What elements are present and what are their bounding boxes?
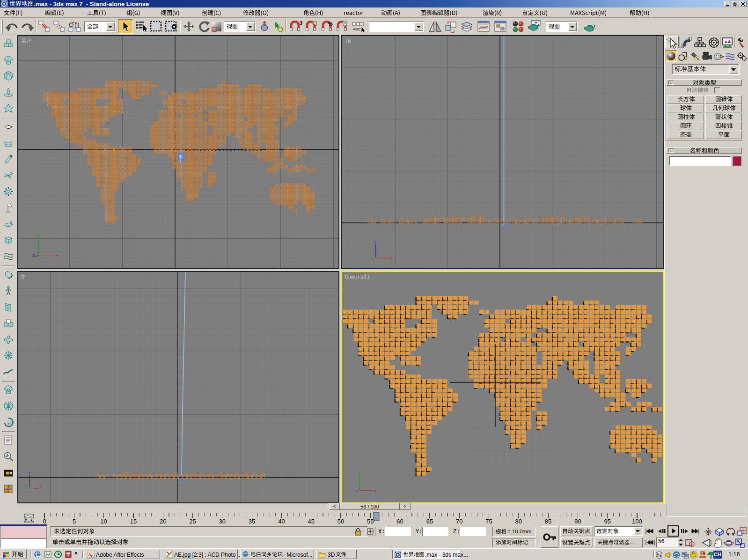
svg-text:85: 85 (545, 518, 551, 525)
svg-text:95: 95 (604, 518, 610, 525)
svg-text:Z: Z (29, 472, 30, 475)
svg-text:Z: Z (374, 241, 376, 243)
svg-text:3: 3 (300, 21, 302, 26)
svg-text:Y: Y (37, 235, 40, 239)
svg-text:Y: Y (24, 485, 27, 488)
svg-text:65: 65 (426, 518, 433, 525)
svg-text:5: 5 (73, 518, 76, 525)
svg-text:M: M (7, 404, 11, 409)
svg-text:40: 40 (278, 518, 285, 525)
svg-text:25: 25 (189, 518, 196, 525)
svg-text:X: X (56, 253, 59, 258)
svg-text:45: 45 (308, 518, 314, 525)
svg-text:e: e (91, 553, 94, 558)
svg-text:80: 80 (515, 518, 522, 525)
svg-text:55: 55 (367, 518, 374, 525)
svg-text:15: 15 (130, 518, 137, 525)
svg-text:20: 20 (160, 518, 166, 525)
svg-text:M: M (7, 421, 11, 426)
svg-text:10: 10 (100, 518, 107, 525)
svg-text:100: 100 (632, 518, 642, 525)
svg-text:Z: Z (355, 489, 358, 493)
svg-text:X: X (390, 257, 393, 260)
svg-text:30: 30 (219, 518, 226, 525)
svg-text:ABC: ABC (353, 27, 361, 31)
svg-text:50: 50 (337, 518, 344, 525)
svg-text:Z: Z (33, 253, 35, 258)
svg-text:M: M (7, 388, 10, 393)
svg-text:%: % (328, 21, 333, 27)
svg-text:75: 75 (485, 518, 492, 525)
svg-text:X: X (374, 489, 376, 493)
svg-text:X: X (40, 485, 42, 488)
svg-text:90: 90 (574, 518, 581, 525)
svg-text:70: 70 (456, 518, 462, 525)
svg-text:60: 60 (396, 518, 403, 525)
svg-text:0: 0 (43, 518, 46, 525)
svg-text:C: C (7, 59, 10, 63)
svg-text:Y: Y (358, 472, 360, 476)
svg-text:Y: Y (370, 257, 373, 260)
svg-text:35: 35 (249, 518, 255, 525)
